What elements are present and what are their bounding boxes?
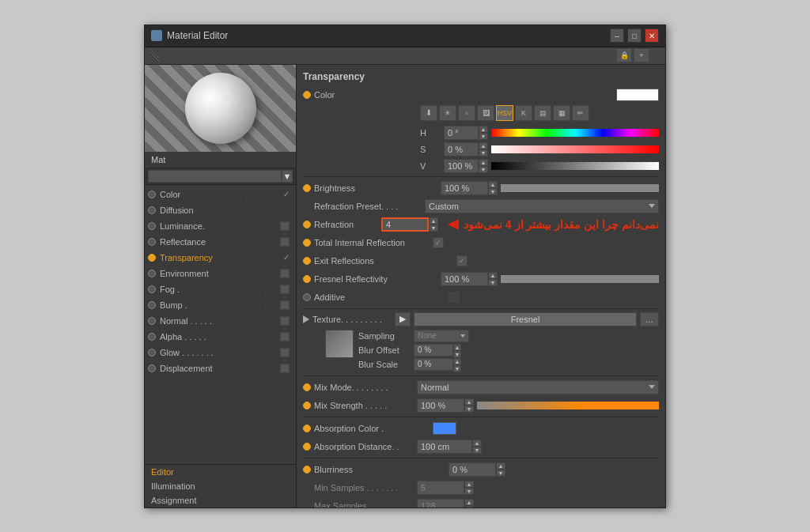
refraction-radio[interactable] (303, 221, 311, 228)
blurriness-value[interactable]: 0 % (449, 462, 496, 477)
mix-strength-spin-up[interactable]: ▲ (464, 398, 474, 406)
fresnel-button[interactable]: Fresnel (414, 312, 637, 326)
fresnel-spin-down[interactable]: ▼ (488, 279, 498, 286)
h-value[interactable]: 0 ° (444, 126, 479, 140)
tir-check[interactable]: ✓ (433, 237, 444, 248)
channel-item-alpha[interactable]: Alpha . . . . . (145, 329, 296, 345)
additive-check[interactable] (449, 292, 460, 303)
fresnel-slider[interactable] (501, 275, 659, 283)
blur-scale-spin-down[interactable]: ▼ (453, 365, 461, 372)
v-value[interactable]: 100 % (444, 159, 479, 173)
h-spin-up[interactable]: ▲ (479, 126, 488, 133)
blurriness-spin-up[interactable]: ▲ (496, 462, 505, 470)
channel-item-normal[interactable]: Normal . . . . . (145, 313, 296, 329)
icon-btn-6[interactable]: ▦ (553, 105, 570, 121)
min-samples-value[interactable]: 5 (417, 481, 464, 495)
additive-radio[interactable] (303, 293, 311, 301)
tir-radio[interactable] (303, 239, 311, 247)
h-slider-track[interactable] (491, 129, 659, 137)
icon-btn-3[interactable]: ▫ (458, 105, 475, 121)
fresnel-spin-up[interactable]: ▲ (488, 272, 498, 279)
channel-item-reflectance[interactable]: Reflectance (145, 234, 296, 250)
mix-strength-slider[interactable] (477, 402, 659, 409)
blurriness-radio[interactable] (303, 466, 311, 474)
exit-reflections-check[interactable]: ✓ (456, 255, 467, 266)
fresnel-radio[interactable] (303, 275, 311, 283)
refraction-spin-up[interactable]: ▲ (429, 217, 438, 224)
v-spin-up[interactable]: ▲ (479, 159, 488, 166)
s-spin-down[interactable]: ▼ (479, 149, 488, 157)
absorption-color-swatch[interactable] (433, 422, 456, 435)
absorption-color-radio[interactable] (303, 424, 311, 432)
channel-item-glow[interactable]: Glow . . . . . . . (145, 345, 296, 360)
refraction-value[interactable]: 4 (381, 217, 429, 232)
nav-illumination[interactable]: Illumination (145, 479, 296, 493)
mix-strength-spin-down[interactable]: ▼ (464, 406, 474, 413)
nav-assignment[interactable]: Assignment (145, 493, 296, 507)
absorption-distance-spin-down[interactable]: ▼ (472, 447, 482, 454)
brightness-slider[interactable] (501, 184, 659, 192)
s-slider-track[interactable] (491, 145, 659, 153)
min-samples-spin-up[interactable]: ▲ (464, 481, 474, 488)
s-value[interactable]: 0 % (444, 142, 479, 157)
channel-item-fog[interactable]: Fog . . . . . . . . (145, 281, 296, 297)
channel-item-luminance[interactable]: Luminance. . . (145, 218, 296, 234)
absorption-distance-radio[interactable] (303, 443, 311, 451)
absorption-distance-spin-up[interactable]: ▲ (472, 440, 482, 447)
mix-mode-radio[interactable] (303, 383, 311, 391)
blur-scale-value[interactable]: 0 % (414, 358, 453, 371)
exit-reflections-radio[interactable] (303, 257, 311, 265)
absorption-distance-value[interactable]: 100 cm (417, 440, 472, 454)
texture-collapse-icon[interactable] (303, 315, 309, 323)
channel-item-color[interactable]: Color . . . . . . . . ✓ (145, 187, 296, 202)
maximize-button[interactable]: □ (627, 28, 642, 43)
blur-offset-spin-up[interactable]: ▲ (453, 344, 461, 351)
icon-btn-4[interactable]: 🖼 (477, 105, 494, 121)
s-spin-up[interactable]: ▲ (479, 142, 488, 149)
search-arrow-button[interactable]: ▼ (282, 170, 293, 183)
minimize-button[interactable]: – (610, 28, 624, 43)
max-samples-spin-down[interactable]: ▼ (464, 506, 474, 507)
color-swatch[interactable] (616, 89, 659, 101)
channel-item-environment[interactable]: Environment (145, 266, 296, 281)
blur-offset-spin-down[interactable]: ▼ (453, 351, 461, 358)
min-samples-spin-down[interactable]: ▼ (464, 488, 474, 495)
icon-btn-1[interactable]: ⬇ (420, 105, 437, 121)
max-samples-value[interactable]: 128 (417, 499, 464, 507)
icon-btn-pen[interactable]: ✏ (572, 105, 589, 121)
toolbar-lock-btn[interactable]: 🔒 (616, 48, 632, 62)
brightness-radio[interactable] (303, 184, 311, 192)
icon-btn-k[interactable]: K (515, 105, 532, 121)
texture-play-button[interactable]: ▶ (395, 312, 411, 326)
icon-btn-5[interactable]: ▤ (534, 105, 551, 121)
close-button[interactable]: ✕ (645, 28, 659, 43)
color-radio[interactable] (303, 91, 311, 99)
channel-item-transparency[interactable]: Transparency ✓ (145, 250, 296, 266)
v-slider-track[interactable] (491, 162, 659, 170)
brightness-spin-up[interactable]: ▲ (488, 181, 498, 188)
brightness-spin-down[interactable]: ▼ (488, 188, 498, 195)
v-spin-down[interactable]: ▼ (479, 166, 488, 173)
blur-offset-value[interactable]: 0 % (414, 344, 453, 357)
max-samples-spin-up[interactable]: ▲ (464, 499, 474, 506)
blurriness-spin-down[interactable]: ▼ (496, 470, 505, 477)
refraction-preset-dropdown[interactable]: Custom (425, 199, 659, 213)
mix-strength-value[interactable]: 100 % (417, 398, 464, 413)
brightness-value[interactable]: 100 % (441, 181, 488, 195)
mix-strength-radio[interactable] (303, 402, 311, 409)
mix-mode-dropdown[interactable]: Normal (417, 380, 659, 394)
refraction-spin-down[interactable]: ▼ (429, 224, 438, 232)
fresnel-value[interactable]: 100 % (441, 272, 488, 286)
h-spin-down[interactable]: ▼ (479, 133, 488, 140)
texture-extra-button[interactable]: ... (640, 312, 659, 326)
channel-item-diffusion[interactable]: Diffusion . . . . . (145, 202, 296, 218)
toolbar-add-btn[interactable]: + (634, 48, 649, 62)
nav-editor[interactable]: Editor (145, 465, 296, 479)
search-input[interactable] (148, 170, 282, 183)
channel-item-bump[interactable]: Bump . . . . . . . . (145, 297, 296, 313)
blur-scale-spin-up[interactable]: ▲ (453, 358, 461, 365)
icon-btn-2[interactable]: ✳ (439, 105, 456, 121)
sampling-dropdown[interactable]: None (414, 330, 469, 342)
icon-btn-hsv[interactable]: HSV (496, 105, 513, 121)
channel-item-displacement[interactable]: Displacement (145, 360, 296, 376)
